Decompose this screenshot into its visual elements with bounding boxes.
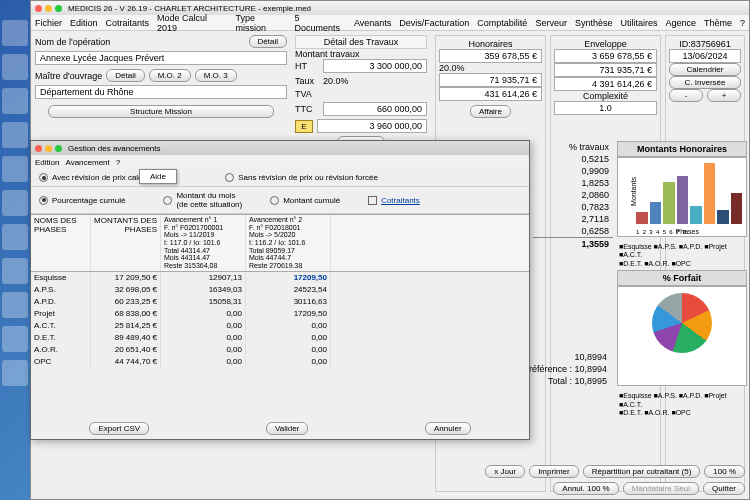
montant-label: Montant travaux	[295, 49, 427, 59]
table-row[interactable]: A.P.S.32 698,05 €16349,0324523,54	[31, 284, 529, 296]
xjour-button[interactable]: x Jour	[485, 465, 525, 478]
desktop-icon[interactable]	[2, 190, 28, 216]
menu-devis[interactable]: Devis/Facturation	[399, 18, 469, 28]
menu-serveur[interactable]: Serveur	[535, 18, 567, 28]
modal-close-icon[interactable]	[35, 145, 42, 152]
minus-button[interactable]: -	[669, 89, 703, 102]
radio-label: Montant cumulé	[283, 196, 340, 205]
table-row[interactable]: A.C.T.25 814,25 €0,000,00	[31, 320, 529, 332]
affaire-button[interactable]: Affaire	[470, 105, 511, 118]
hon-v3: 431 614,26 €	[439, 87, 542, 101]
desktop-icon[interactable]	[2, 156, 28, 182]
env-v1: 3 659 678,55 €	[554, 49, 657, 63]
ttc-label: TTC	[295, 104, 319, 114]
table-row[interactable]: Esquisse17 209,50 €12907,1317209,50	[31, 272, 529, 284]
ht-label: HT	[295, 61, 319, 71]
radio-montant-cumule[interactable]	[270, 196, 279, 205]
radio-avec-revision[interactable]	[39, 173, 48, 182]
menu-utilitaires[interactable]: Utilitaires	[620, 18, 657, 28]
menu-documents[interactable]: 5 Documents	[294, 13, 345, 33]
mo-label: Maître d'ouvrage	[35, 71, 102, 81]
table-row[interactable]: A.P.D.60 233,25 €15058,3130116,63	[31, 296, 529, 308]
footer-buttons: x Jour Imprimer Répartition par cotraita…	[445, 465, 745, 495]
menu-type-mission[interactable]: Type mission	[235, 13, 286, 33]
close-icon[interactable]	[35, 5, 42, 12]
legend-row: ■Esquisse ■A.P.S. ■A.P.D. ■Projet ■A.C.T…	[619, 243, 745, 260]
desktop-icon[interactable]	[2, 292, 28, 318]
cotraitants-link[interactable]: Cotraitants	[381, 196, 420, 205]
table-row[interactable]: A.O.R.20 651,40 €0,000,00	[31, 344, 529, 356]
mandataire-button[interactable]: Mandataire Seul	[623, 482, 699, 495]
desktop-icon[interactable]	[2, 258, 28, 284]
bar-chart: Montants Phases 1 2 3 4 5 6 7 8	[617, 157, 747, 237]
table-row[interactable]: Projet68 838,00 €0,0017209,50	[31, 308, 529, 320]
repartition-button[interactable]: Répartition par cotraitant (5)	[583, 465, 701, 478]
chart-forfait-title: % Forfait	[617, 270, 747, 286]
menu-agence[interactable]: Agence	[665, 18, 696, 28]
modal-menubar: Edition Avancement ?	[31, 155, 529, 169]
mo3-button[interactable]: M.O. 3	[195, 69, 237, 82]
menu-compta[interactable]: Comptabilité	[477, 18, 527, 28]
modal-menu-edition[interactable]: Edition	[35, 158, 59, 167]
desktop-icon[interactable]	[2, 360, 28, 386]
imprimer-button[interactable]: Imprimer	[529, 465, 579, 478]
hon-v2: 71 935,71 €	[439, 73, 542, 87]
desktop-icon[interactable]	[2, 54, 28, 80]
radio-sans-revision[interactable]	[225, 173, 234, 182]
rate-row: 2,7118	[533, 213, 613, 225]
dept-input[interactable]: Département du Rhône	[35, 85, 287, 99]
radio-montant-mois[interactable]	[163, 196, 172, 205]
cinversee-button[interactable]: C. Inversée	[669, 76, 741, 89]
desktop-icon[interactable]	[2, 88, 28, 114]
titlebar: MEDICIS 26 - V 26.19 - CHARLET ARCHITECT…	[31, 1, 749, 15]
legend-row: ■Esquisse ■A.P.S. ■A.P.D. ■Projet ■A.C.T…	[619, 392, 745, 409]
chart-honoraires-title: Montants Honoraires	[617, 141, 747, 157]
calendrier-button[interactable]: Calendrier	[669, 63, 741, 76]
annuler-button[interactable]: Annuler	[425, 422, 471, 435]
minimize-icon[interactable]	[45, 5, 52, 12]
modal-title: Gestion des avancements	[68, 144, 161, 153]
menu-mode-calcul[interactable]: Mode Calcul 2019	[157, 13, 227, 33]
menu-theme[interactable]: Thème	[704, 18, 732, 28]
table-row[interactable]: D.E.T.89 489,40 €0,000,00	[31, 332, 529, 344]
env-v2: 731 935,71 €	[554, 63, 657, 77]
desktop-icon[interactable]	[2, 326, 28, 352]
menu-edition[interactable]: Edition	[70, 18, 98, 28]
modal-menu-avancement[interactable]: Avancement	[65, 158, 109, 167]
montant-input[interactable]: 3 300 000,00	[323, 59, 427, 73]
op-name-input[interactable]: Annexe Lycée Jacques Prévert	[35, 51, 287, 65]
menu-synthese[interactable]: Synthèse	[575, 18, 613, 28]
valider-button[interactable]: Valider	[266, 422, 308, 435]
mo2-button[interactable]: M.O. 2	[149, 69, 191, 82]
menu-fichier[interactable]: Fichier	[35, 18, 62, 28]
menu-help[interactable]: ?	[740, 18, 745, 28]
help-popup[interactable]: Aide	[139, 169, 177, 184]
annul100-button[interactable]: Annul. 100 %	[553, 482, 619, 495]
modal-menu-help[interactable]: ?	[116, 158, 120, 167]
structure-mission-button[interactable]: Structure Mission	[48, 105, 275, 118]
desktop-icon[interactable]	[2, 122, 28, 148]
menu-cotraitants[interactable]: Cotraitants	[106, 18, 150, 28]
desktop-icon[interactable]	[2, 224, 28, 250]
op-name-label: Nom de l'opération	[35, 37, 110, 47]
maximize-icon[interactable]	[55, 5, 62, 12]
check-cotraitants[interactable]	[368, 196, 377, 205]
menu-avenants[interactable]: Avenants	[354, 18, 391, 28]
th-av2: Avancement n° 2 F. n° F02018001Mois -> 5…	[246, 215, 331, 271]
modal-maximize-icon[interactable]	[55, 145, 62, 152]
mo-detail-button[interactable]: Détail	[106, 69, 144, 82]
env-v3: 4 391 614,26 €	[554, 77, 657, 91]
export-csv-button[interactable]: Export CSV	[89, 422, 149, 435]
desktop-icon[interactable]	[2, 20, 28, 46]
pie-legend: ■Esquisse ■A.P.S. ■A.P.D. ■Projet ■A.C.T…	[617, 390, 747, 419]
pct100-button[interactable]: 100 %	[704, 465, 745, 478]
detail-button[interactable]: Détail	[249, 35, 287, 48]
plus-button[interactable]: +	[707, 89, 741, 102]
rates-label: % travaux	[533, 141, 613, 153]
table-row[interactable]: OPC44 744,70 €0,000,00	[31, 356, 529, 368]
rate-row: 2,0860	[533, 189, 613, 201]
quitter-button[interactable]: Quitter	[703, 482, 745, 495]
radio-pct-cumule[interactable]	[39, 196, 48, 205]
modal-minimize-icon[interactable]	[45, 145, 52, 152]
e-button[interactable]: E	[295, 120, 313, 133]
